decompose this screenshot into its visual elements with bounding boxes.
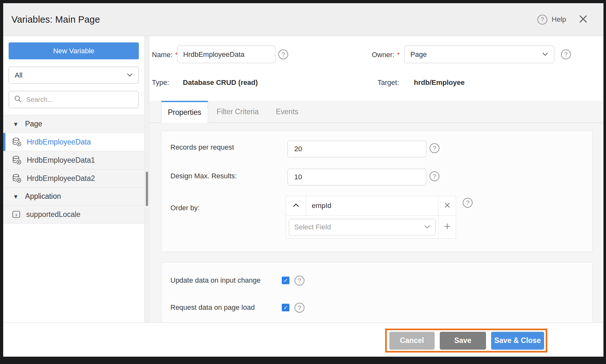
request-help-icon[interactable]: ?	[295, 303, 304, 313]
sort-direction-button[interactable]	[286, 196, 306, 216]
annotation-highlight-box: Cancel Save Save & Close	[385, 329, 547, 353]
request-on-page-load-label: Request data on page load	[170, 303, 255, 312]
caret-down-icon: ▾	[14, 193, 18, 200]
variable-x-icon: x	[12, 210, 21, 219]
update-help-icon[interactable]: ?	[295, 276, 304, 286]
tab-filter-criteria[interactable]: Filter Criteria	[208, 101, 267, 123]
target-value: hrdb/Employee	[414, 78, 465, 87]
type-value: Database CRUD (read)	[183, 78, 258, 87]
close-icon	[579, 15, 587, 25]
tree-group-application[interactable]: ▾ Application	[3, 187, 144, 205]
search-input[interactable]	[26, 96, 133, 103]
owner-help-icon[interactable]: ?	[561, 49, 571, 59]
svg-text:x: x	[15, 212, 18, 217]
dialog-title: Variables: Main Page	[11, 14, 100, 25]
type-label: Type:	[152, 78, 169, 87]
records-per-request-field[interactable]	[288, 141, 426, 157]
help-button[interactable]: ? Help	[537, 15, 566, 25]
filter-selected-value: All	[15, 71, 127, 79]
new-variable-button[interactable]: New Variable	[9, 42, 139, 59]
dialog-header: Variables: Main Page ? Help	[3, 3, 603, 36]
name-help-icon[interactable]: ?	[278, 49, 288, 59]
variables-tree: ▾ Page HrdbEmployeeData	[3, 115, 144, 224]
database-crud-icon	[12, 174, 22, 183]
owner-label: Owner:*	[372, 51, 400, 59]
selected-indicator	[3, 133, 5, 151]
tab-events[interactable]: Events	[267, 101, 307, 123]
request-on-page-load-checkbox[interactable]	[282, 304, 289, 311]
tree-item-hrdbemployeedata[interactable]: HrdbEmployeeData	[3, 133, 144, 151]
help-label: Help	[552, 15, 566, 24]
search-box	[9, 91, 139, 108]
tree-item-hrdbemployeedata2[interactable]: HrdbEmployeeData2	[3, 169, 144, 188]
sidebar-controls: New Variable All	[3, 36, 144, 108]
variable-filter-select[interactable]: All	[9, 67, 139, 84]
search-icon	[14, 95, 22, 104]
scrollbar-thumb[interactable]	[146, 172, 148, 206]
name-field[interactable]	[177, 46, 275, 63]
help-question-icon: ?	[537, 15, 547, 25]
add-sort-row: Select Field	[286, 216, 456, 239]
variables-dialog: Variables: Main Page ? Help New Variable…	[3, 3, 603, 357]
name-label: Name:*	[152, 51, 178, 59]
tree-group-page[interactable]: ▾ Page	[3, 115, 144, 133]
plus-icon	[444, 223, 451, 231]
screenshot-frame: Variables: Main Page ? Help New Variable…	[0, 0, 606, 364]
dialog-body: New Variable All	[3, 36, 603, 323]
chevron-down-icon	[127, 72, 133, 78]
tab-bar: Properties Filter Criteria Events	[149, 101, 603, 123]
chevron-down-icon	[424, 224, 430, 230]
add-sort-field-button[interactable]	[438, 216, 456, 239]
owner-select[interactable]: Page	[404, 46, 554, 63]
database-crud-icon	[12, 155, 22, 165]
records-per-request-label: Records per request	[170, 143, 234, 152]
query-properties-panel: Records per request ? Design Max. Result…	[161, 131, 593, 252]
design-max-results-label: Design Max. Results:	[170, 172, 237, 180]
required-asterisk: *	[397, 51, 400, 59]
variable-editor: Name:* ? Owner:* Page ? Type:	[149, 36, 603, 323]
close-button[interactable]	[579, 15, 587, 25]
remove-icon	[444, 202, 450, 210]
variables-sidebar: New Variable All	[3, 36, 144, 323]
save-and-close-button[interactable]: Save & Close	[491, 332, 544, 350]
design-max-results-field[interactable]	[288, 169, 426, 185]
dialog-footer: Cancel Save Save & Close	[3, 323, 603, 357]
caret-down-icon: ▾	[14, 121, 18, 127]
remove-sort-field-button[interactable]	[438, 196, 456, 216]
sort-entry-row: empId	[286, 196, 456, 216]
select-field-dropdown[interactable]: Select Field	[289, 219, 436, 235]
chevron-up-icon	[293, 203, 299, 209]
target-label: Target:	[378, 78, 399, 87]
tree-item-hrdbemployeedata1[interactable]: HrdbEmployeeData1	[3, 151, 144, 169]
database-crud-icon	[12, 137, 22, 147]
order-by-label: Order by:	[170, 204, 200, 212]
properties-tab-content: Records per request ? Design Max. Result…	[149, 123, 603, 323]
save-button[interactable]: Save	[440, 332, 486, 350]
select-field-cell: Select Field	[286, 216, 438, 239]
order-by-widget: empId Select Field	[286, 196, 456, 239]
sort-field-value[interactable]: empId	[306, 196, 438, 216]
update-on-input-change-label: Update data on input change	[170, 276, 261, 285]
cancel-button[interactable]: Cancel	[389, 332, 435, 350]
chevron-down-icon	[542, 52, 548, 57]
variable-form-top: Name:* ? Owner:* Page ? Type:	[149, 36, 603, 101]
records-help-icon[interactable]: ?	[430, 143, 439, 153]
data-options-panel: Update data on input change ? Request da…	[161, 262, 593, 323]
owner-selected-value: Page	[410, 50, 542, 59]
tab-properties[interactable]: Properties	[161, 101, 208, 123]
update-on-input-change-checkbox[interactable]	[282, 277, 289, 284]
order-by-help-icon[interactable]: ?	[463, 198, 473, 208]
tree-item-supportedlocale[interactable]: x supportedLocale	[3, 205, 144, 224]
select-field-placeholder: Select Field	[294, 223, 424, 231]
design-help-icon[interactable]: ?	[430, 171, 439, 181]
sidebar-scrollbar	[144, 36, 149, 323]
